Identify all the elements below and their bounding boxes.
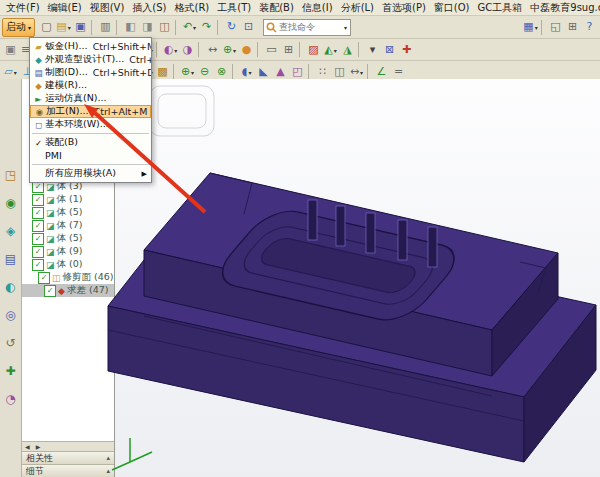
details-panel-header[interactable]: 细节 ▴ — [22, 464, 114, 477]
checkbox-icon[interactable]: ✓ — [32, 233, 44, 245]
tree-row-body-7[interactable]: ✓ ◪ 体 (7) — [22, 219, 114, 232]
process-studio-icon[interactable]: ✚ — [3, 363, 19, 379]
search-options-chevron-icon[interactable]: ▾ — [343, 24, 348, 31]
search-input[interactable] — [277, 20, 343, 34]
copy-icon[interactable]: ◨ — [139, 19, 156, 35]
history-icon[interactable]: ↺ — [3, 335, 19, 351]
paste-icon[interactable]: ◫ — [156, 19, 173, 35]
menu-preferences[interactable]: 首选项(P) — [378, 1, 430, 15]
start-menu-all-applications[interactable]: 所有应用模块(A) ▶ — [30, 167, 151, 180]
checkbox-icon[interactable]: ✓ — [32, 220, 44, 232]
hd3d-tools-icon[interactable]: ◐ — [3, 279, 19, 295]
tree-row-trimmed-face[interactable]: ✓ ◫ 修剪面 (46) — [22, 271, 114, 284]
subtract-icon[interactable]: ⊖ — [196, 64, 213, 80]
tree-row-body-9[interactable]: ✓ ◪ 体 (9) — [22, 245, 114, 258]
dependencies-panel-header[interactable]: 相关性 ▴ — [22, 451, 114, 464]
move-object-icon[interactable]: ↔ — [204, 42, 221, 58]
tree-row-body-1b[interactable]: ✓ ◪ 体 (1) — [22, 193, 114, 206]
expression-icon[interactable]: = — [390, 64, 407, 80]
highlight-icon[interactable]: ✚ — [398, 42, 415, 58]
print-icon[interactable]: ▥ — [97, 19, 114, 35]
fit-window-icon[interactable]: ⊡ — [240, 19, 257, 35]
show-hide-icon[interactable]: ◐▾ — [162, 42, 179, 58]
start-menu-gateway[interactable]: ◻ 基本环境(W)... — [30, 118, 151, 131]
menu-insert[interactable]: 插入(S) — [128, 1, 170, 15]
open-icon[interactable]: ▤▾ — [55, 19, 72, 35]
menu-tools[interactable]: 工具(T) — [213, 1, 255, 15]
start-menu-motion-simulation[interactable]: ► 运动仿真(N)... — [30, 92, 151, 105]
menu-zhonglei-edu[interactable]: 中磊教育9sug.com — [526, 1, 600, 15]
selection-filter-icon[interactable]: ▾ — [364, 42, 381, 58]
start-menu-drafting[interactable]: ▤ 制图(D)... Ctrl+Shift+D — [30, 66, 151, 79]
touch-mode-icon[interactable]: ◱ — [547, 19, 564, 35]
menu-information[interactable]: 信息(I) — [298, 1, 337, 15]
menu-gc-toolbox[interactable]: GC工具箱 — [474, 1, 527, 15]
roles-icon[interactable]: ◔ — [3, 391, 19, 407]
full-screen-icon[interactable]: ⊞ — [564, 19, 581, 35]
datum-plane-icon[interactable]: ▱▾ — [2, 64, 19, 80]
menu-format[interactable]: 格式(R) — [171, 1, 214, 15]
checkbox-icon[interactable]: ✓ — [32, 259, 44, 271]
measure-angle-icon[interactable]: ∠ — [373, 64, 390, 80]
start-menu-sheet-metal[interactable]: ▰ 钣金(H)... Ctrl+Shift+M — [30, 40, 151, 53]
undo-icon[interactable]: ↶▾ — [181, 19, 198, 35]
shell-icon[interactable]: ◰ — [289, 64, 306, 80]
help-icon[interactable]: ? — [581, 19, 598, 35]
select-all-icon[interactable]: ⊠ — [381, 42, 398, 58]
edit-section-icon[interactable]: ◭▾ — [322, 42, 339, 58]
assembly-navigator-icon[interactable]: ◳ — [3, 167, 19, 183]
point-constructor-icon[interactable]: ● — [238, 42, 255, 58]
tree-row-body-5[interactable]: ✓ ◪ 体 (5) — [22, 206, 114, 219]
menu-window[interactable]: 窗口(O) — [430, 1, 474, 15]
refresh-icon[interactable]: ↻ — [223, 19, 240, 35]
start-button[interactable]: 启动 ▾ — [2, 18, 35, 37]
pattern-feature-icon[interactable]: ∷ — [314, 64, 331, 80]
tree-row-body-5b[interactable]: ✓ ◪ 体 (5) — [22, 232, 114, 245]
part-navigator-icon[interactable]: ◈ — [3, 223, 19, 239]
checkbox-icon[interactable]: ✓ — [32, 207, 44, 219]
tree-row-body-0[interactable]: ✓ ◪ 体 (0) — [22, 258, 114, 271]
start-menu-assemblies[interactable]: ✓ 装配(B) — [30, 136, 151, 149]
chamfer-icon[interactable]: ◣ — [255, 64, 272, 80]
start-menu-modeling[interactable]: ◆ 建模(R)... — [30, 79, 151, 92]
menu-assemblies[interactable]: 装配(B) — [255, 1, 298, 15]
reuse-library-icon[interactable]: ▤ — [3, 251, 19, 267]
start-menu-shape-studio[interactable]: ◆ 外观造型设计(T)... Ctrl+Alt+S — [30, 53, 151, 66]
edge-blend-icon[interactable]: ◖▾ — [238, 64, 255, 80]
window-cascade-icon[interactable]: ▦▾ — [522, 19, 539, 35]
checkbox-icon[interactable]: ✓ — [32, 194, 44, 206]
save-icon[interactable]: ▣ — [72, 19, 89, 35]
start-menu-manufacturing[interactable]: ◉ 加工(N)... Ctrl+Alt+M — [30, 105, 151, 118]
trim-body-icon[interactable]: ▲ — [272, 64, 289, 80]
cylinder-icon[interactable]: ▩ — [154, 64, 171, 80]
menu-file[interactable]: 文件(F) — [2, 1, 44, 15]
scroll-right-icon[interactable]: ▶ — [33, 443, 44, 450]
screenshot-icon[interactable]: ▣ — [2, 42, 19, 58]
grid-icon[interactable]: ⊞ — [280, 42, 297, 58]
clip-section-icon[interactable]: ◮ — [339, 42, 356, 58]
redo-icon[interactable]: ↷ — [198, 19, 215, 35]
work-layer-icon[interactable]: ▭ — [263, 42, 280, 58]
checkbox-icon[interactable]: ✓ — [44, 285, 56, 297]
immediate-hide-icon[interactable]: ◑ — [179, 42, 196, 58]
menu-analysis[interactable]: 分析(L) — [337, 1, 378, 15]
intersect-icon[interactable]: ⊗ — [213, 64, 230, 80]
constraint-navigator-icon[interactable]: ◉ — [3, 195, 19, 211]
new-icon[interactable]: ▢ — [38, 19, 55, 35]
tree-row-subtract[interactable]: ✓ ◆ 求差 (47) — [22, 284, 114, 297]
checkbox-icon[interactable]: ✓ — [32, 246, 44, 258]
snap-point-icon[interactable]: ⊕▾ — [221, 42, 238, 58]
graphics-window[interactable] — [115, 79, 600, 477]
mirror-feature-icon[interactable]: ◫ — [331, 64, 348, 80]
move-face-icon[interactable]: ↔▾ — [348, 64, 365, 80]
cut-icon[interactable]: ◧ — [122, 19, 139, 35]
navigator-hscrollbar[interactable]: ◀ ▶ — [22, 441, 114, 451]
scroll-left-icon[interactable]: ◀ — [22, 443, 33, 450]
start-menu-pmi[interactable]: PMI — [30, 149, 151, 162]
web-browser-icon[interactable]: ◎ — [3, 307, 19, 323]
checkbox-icon[interactable]: ✓ — [38, 272, 50, 284]
unite-icon[interactable]: ⊕▾ — [179, 64, 196, 80]
menu-view[interactable]: 视图(V) — [86, 1, 129, 15]
menu-edit[interactable]: 编辑(E) — [44, 1, 86, 15]
object-display-icon[interactable]: ▨ — [305, 42, 322, 58]
